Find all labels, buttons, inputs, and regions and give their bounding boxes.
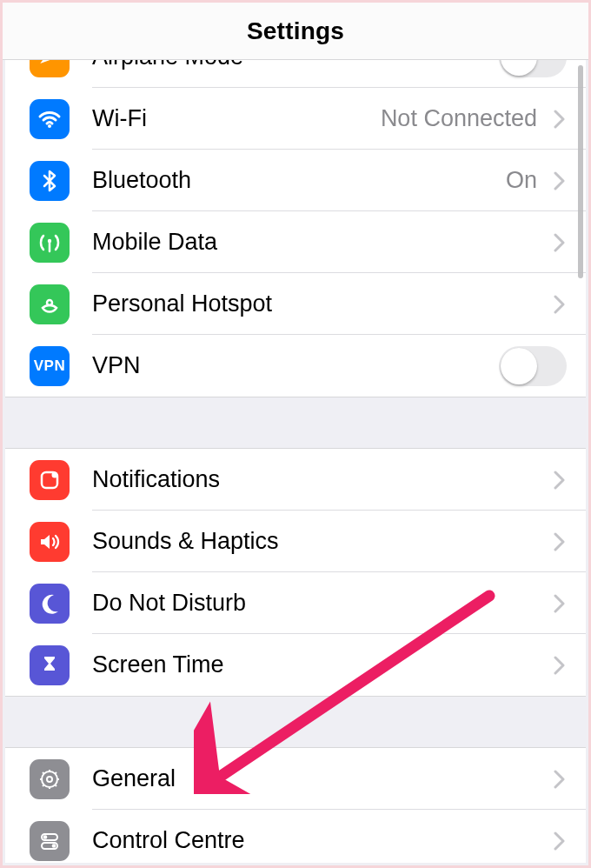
row-label: Sounds & Haptics [92,528,544,555]
wifi-icon [30,99,70,139]
vpn-icon-text: VPN [34,357,65,375]
row-label: Do Not Disturb [92,590,544,617]
chevron-right-icon [544,171,574,190]
antenna-icon [30,223,70,263]
gear-icon [30,759,70,799]
row-label: Screen Time [92,651,544,678]
settings-row-wifi[interactable]: Wi-FiNot Connected [5,88,586,150]
vpn-icon: VPN [30,346,70,386]
settings-row-bluetooth[interactable]: BluetoothOn [5,150,586,211]
settings-row-vpn[interactable]: VPNVPN [5,335,586,397]
settings-row-personal-hotspot[interactable]: Personal Hotspot [5,273,586,335]
chevron-right-icon [544,770,574,789]
notifications-icon [30,460,70,500]
settings-row-control-centre[interactable]: Control Centre [5,810,586,863]
toggles-icon [30,821,70,861]
chevron-right-icon [544,594,574,613]
navbar: Settings [3,3,588,60]
chevron-right-icon [544,295,574,314]
row-label: Control Centre [92,827,544,854]
chevron-right-icon [544,656,574,675]
scrollbar-indicator[interactable] [578,65,583,278]
row-value: Not Connected [381,105,537,132]
speaker-icon [30,522,70,562]
hourglass-icon [30,645,70,685]
settings-row-general[interactable]: General [5,748,586,810]
settings-row-do-not-disturb[interactable]: Do Not Disturb [5,572,586,634]
row-label: Personal Hotspot [92,290,544,317]
row-label: Mobile Data [92,229,544,256]
settings-row-airplane-mode[interactable]: Airplane Mode [5,60,586,88]
row-label: General [92,765,544,792]
settings-row-sounds-haptics[interactable]: Sounds & Haptics [5,511,586,572]
settings-group: NotificationsSounds & HapticsDo Not Dist… [5,448,586,697]
row-label: Bluetooth [92,167,506,194]
chevron-right-icon [544,110,574,129]
settings-row-screen-time[interactable]: Screen Time [5,634,586,696]
bluetooth-icon [30,161,70,201]
settings-group: GeneralControl Centre [5,747,586,863]
chevron-right-icon [544,471,574,490]
moon-icon [30,584,70,624]
settings-scroll[interactable]: Airplane ModeWi-FiNot ConnectedBluetooth… [5,60,586,863]
settings-row-mobile-data[interactable]: Mobile Data [5,211,586,273]
row-label: Wi-Fi [92,105,381,132]
settings-group: Airplane ModeWi-FiNot ConnectedBluetooth… [5,60,586,397]
settings-row-notifications[interactable]: Notifications [5,449,586,511]
airplane-mode-switch[interactable] [499,60,567,77]
page-title: Settings [247,17,344,45]
airplane-icon [30,60,70,77]
hotspot-icon [30,284,70,324]
row-value: On [506,167,537,194]
vpn-switch[interactable] [499,346,567,386]
row-label: VPN [92,352,499,379]
row-label: Notifications [92,466,544,493]
chevron-right-icon [544,831,574,851]
row-label: Airplane Mode [92,60,499,70]
chevron-right-icon [544,233,574,252]
chevron-right-icon [544,532,574,551]
